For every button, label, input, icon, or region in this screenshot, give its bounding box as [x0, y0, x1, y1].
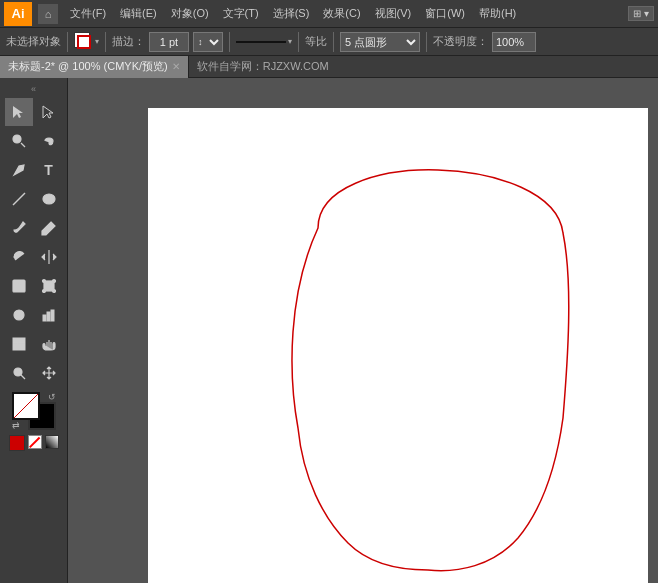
mesh-tool-button[interactable] [5, 330, 33, 358]
svg-line-23 [21, 375, 25, 379]
main-area: « [0, 78, 658, 583]
tool-row-1 [0, 98, 67, 126]
stroke-value-input[interactable] [149, 32, 189, 52]
hand-pan-button[interactable] [35, 359, 63, 387]
hand-tool-button[interactable] [35, 330, 63, 358]
tool-row-2 [0, 127, 67, 155]
divider-4 [298, 32, 299, 52]
tab-close-button[interactable]: ✕ [172, 61, 180, 72]
pen-tool-button[interactable] [5, 156, 33, 184]
svg-marker-1 [43, 106, 53, 118]
color-mode-buttons [9, 435, 59, 451]
point-shape-select[interactable]: 5 点圆形 [340, 32, 420, 52]
color-tools: ↺ ⇄ [0, 388, 67, 455]
rotate-tool-button[interactable] [5, 243, 33, 271]
svg-point-6 [43, 194, 55, 204]
type-tool-button[interactable]: T [35, 156, 63, 184]
tool-row-5 [0, 214, 67, 242]
svg-line-5 [13, 193, 25, 205]
menu-edit[interactable]: 编辑(E) [114, 4, 163, 23]
canvas-area [68, 78, 658, 583]
document-tab[interactable]: 未标题-2* @ 100% (CMYK/预览) ✕ [0, 56, 189, 78]
divider-2 [105, 32, 106, 52]
svg-rect-9 [44, 281, 54, 291]
opacity-label: 不透明度： [433, 34, 488, 49]
free-transform-tool-button[interactable] [35, 272, 63, 300]
tool-row-8: S [0, 301, 67, 329]
symbol-tool-button[interactable]: S [5, 301, 33, 329]
svg-rect-16 [43, 315, 46, 321]
menu-help[interactable]: 帮助(H) [473, 4, 522, 23]
svg-point-13 [52, 290, 55, 293]
workspace-switcher[interactable]: ⊞ ▾ [628, 6, 654, 21]
svg-line-3 [21, 143, 25, 147]
menu-text[interactable]: 文字(T) [217, 4, 265, 23]
svg-text:S: S [16, 312, 21, 321]
stroke-line-arrow: ▾ [288, 37, 292, 46]
options-toolbar: 未选择对象 ▾ 描边： ↕ ▾ 等比 5 点圆形 不透明度： [0, 28, 658, 56]
menu-file[interactable]: 文件(F) [64, 4, 112, 23]
pencil-tool-button[interactable] [35, 214, 63, 242]
tool-row-4 [0, 185, 67, 213]
reflect-tool-button[interactable] [35, 243, 63, 271]
ratio-label: 等比 [305, 34, 327, 49]
svg-marker-0 [13, 106, 23, 118]
stroke-color-arrow: ▾ [95, 37, 99, 46]
ellipse-tool-button[interactable] [35, 185, 63, 213]
none-color-button[interactable] [28, 435, 42, 449]
toolbar-collapse[interactable]: « [31, 84, 36, 94]
home-icon[interactable]: ⌂ [38, 4, 58, 24]
tool-row-3: T [0, 156, 67, 184]
paintbrush-tool-button[interactable] [5, 214, 33, 242]
direct-selection-tool-button[interactable] [35, 98, 63, 126]
opacity-input[interactable] [492, 32, 536, 52]
magic-wand-tool-button[interactable] [5, 127, 33, 155]
stroke-line-preview[interactable]: ▾ [236, 37, 292, 46]
menu-effect[interactable]: 效果(C) [317, 4, 366, 23]
svg-rect-17 [47, 312, 50, 321]
tab-bar: 未标题-2* @ 100% (CMYK/预览) ✕ 软件自学网：RJZXW.CO… [0, 56, 658, 78]
selection-tool-button[interactable] [5, 98, 33, 126]
menu-select[interactable]: 选择(S) [267, 4, 316, 23]
column-graph-tool-button[interactable] [35, 301, 63, 329]
svg-point-12 [42, 290, 45, 293]
menu-bar: Ai ⌂ 文件(F) 编辑(E) 对象(O) 文字(T) 选择(S) 效果(C)… [0, 0, 658, 28]
stroke-label: 描边： [112, 34, 145, 49]
fill-color-fg [12, 392, 40, 420]
shape-layer [148, 108, 648, 583]
line-tool-button[interactable] [5, 185, 33, 213]
menu-window[interactable]: 窗口(W) [419, 4, 471, 23]
svg-point-10 [42, 280, 45, 283]
svg-point-4 [17, 169, 20, 172]
solid-color-button[interactable] [9, 435, 25, 451]
divider-6 [426, 32, 427, 52]
stroke-color-swatch[interactable]: ▾ [74, 32, 99, 52]
tool-row-10 [0, 359, 67, 387]
tool-row-9 [0, 330, 67, 358]
ai-logo: Ai [4, 2, 32, 26]
menu-object[interactable]: 对象(O) [165, 4, 215, 23]
divider-5 [333, 32, 334, 52]
gradient-color-button[interactable] [45, 435, 59, 449]
menu-view[interactable]: 视图(V) [369, 4, 418, 23]
tool-row-7 [0, 272, 67, 300]
tool-row-6 [0, 243, 67, 271]
divider-1 [67, 32, 68, 52]
stroke-type-select[interactable]: ↕ [193, 32, 223, 52]
warp-tool-button[interactable] [5, 272, 33, 300]
svg-rect-18 [51, 310, 54, 321]
zoom-tool-button[interactable] [5, 359, 33, 387]
svg-point-11 [52, 280, 55, 283]
tab-title: 未标题-2* @ 100% (CMYK/预览) [8, 59, 168, 74]
left-toolbar: « [0, 78, 68, 583]
svg-rect-19 [13, 338, 25, 350]
svg-point-2 [13, 135, 21, 143]
reset-colors-button[interactable]: ↺ [48, 392, 56, 402]
divider-3 [229, 32, 230, 52]
swap-colors-button[interactable]: ⇄ [12, 420, 20, 430]
fill-stroke-indicator[interactable]: ↺ ⇄ [12, 392, 56, 430]
lasso-tool-button[interactable] [35, 127, 63, 155]
no-selection-label: 未选择对象 [6, 34, 61, 49]
watermark-label: 软件自学网：RJZXW.COM [189, 59, 337, 74]
main-shape-path [292, 170, 569, 571]
